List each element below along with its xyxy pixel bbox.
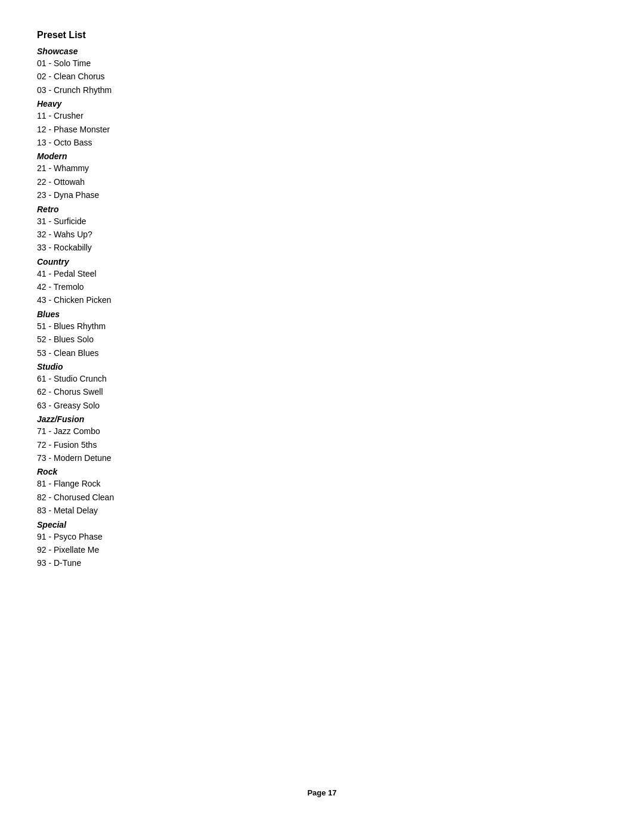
preset-item-1-0: 11 - Crusher	[37, 109, 607, 122]
preset-item-9-2: 93 - D-Tune	[37, 556, 607, 569]
preset-item-0-0: 01 - Solo Time	[37, 57, 607, 70]
preset-item-7-0: 71 - Jazz Combo	[37, 425, 607, 438]
preset-item-9-0: 91 - Psyco Phase	[37, 530, 607, 543]
preset-item-3-0: 31 - Surficide	[37, 215, 607, 228]
preset-item-1-2: 13 - Octo Bass	[37, 136, 607, 149]
preset-item-8-2: 83 - Metal Delay	[37, 504, 607, 517]
preset-item-5-0: 51 - Blues Rhythm	[37, 320, 607, 333]
preset-item-7-2: 73 - Modern Detune	[37, 451, 607, 465]
preset-item-2-2: 23 - Dyna Phase	[37, 188, 607, 202]
preset-item-5-2: 53 - Clean Blues	[37, 346, 607, 360]
preset-item-5-1: 52 - Blues Solo	[37, 333, 607, 346]
preset-item-8-1: 82 - Chorused Clean	[37, 491, 607, 504]
preset-item-4-1: 42 - Tremolo	[37, 280, 607, 293]
preset-item-7-1: 72 - Fusion 5ths	[37, 438, 607, 451]
preset-item-0-2: 03 - Crunch Rhythm	[37, 83, 607, 97]
category-label-5: Blues	[37, 309, 607, 319]
category-label-6: Studio	[37, 362, 607, 371]
preset-item-8-0: 81 - Flange Rock	[37, 477, 607, 490]
category-label-2: Modern	[37, 151, 607, 161]
preset-item-6-1: 62 - Chorus Swell	[37, 385, 607, 398]
category-label-3: Retro	[37, 205, 607, 214]
category-label-7: Jazz/Fusion	[37, 414, 607, 424]
page-number: Page 17	[307, 788, 336, 797]
preset-item-1-1: 12 - Phase Monster	[37, 123, 607, 136]
page-title: Preset List	[37, 30, 607, 41]
category-label-9: Special	[37, 520, 607, 529]
category-label-8: Rock	[37, 467, 607, 476]
preset-item-0-1: 02 - Clean Chorus	[37, 70, 607, 83]
categories-container: Showcase01 - Solo Time02 - Clean Chorus0…	[37, 47, 607, 570]
preset-item-3-1: 32 - Wahs Up?	[37, 228, 607, 241]
preset-item-9-1: 92 - Pixellate Me	[37, 543, 607, 556]
preset-item-4-0: 41 - Pedal Steel	[37, 267, 607, 280]
preset-item-6-0: 61 - Studio Crunch	[37, 372, 607, 385]
preset-item-3-2: 33 - Rockabilly	[37, 241, 607, 254]
preset-item-2-0: 21 - Whammy	[37, 162, 607, 175]
preset-item-4-2: 43 - Chicken Picken	[37, 293, 607, 306]
preset-item-2-1: 22 - Ottowah	[37, 175, 607, 188]
category-label-4: Country	[37, 257, 607, 267]
category-label-1: Heavy	[37, 99, 607, 109]
category-label-0: Showcase	[37, 47, 607, 56]
preset-item-6-2: 63 - Greasy Solo	[37, 399, 607, 412]
page-content: Preset List Showcase01 - Solo Time02 - C…	[0, 0, 644, 600]
